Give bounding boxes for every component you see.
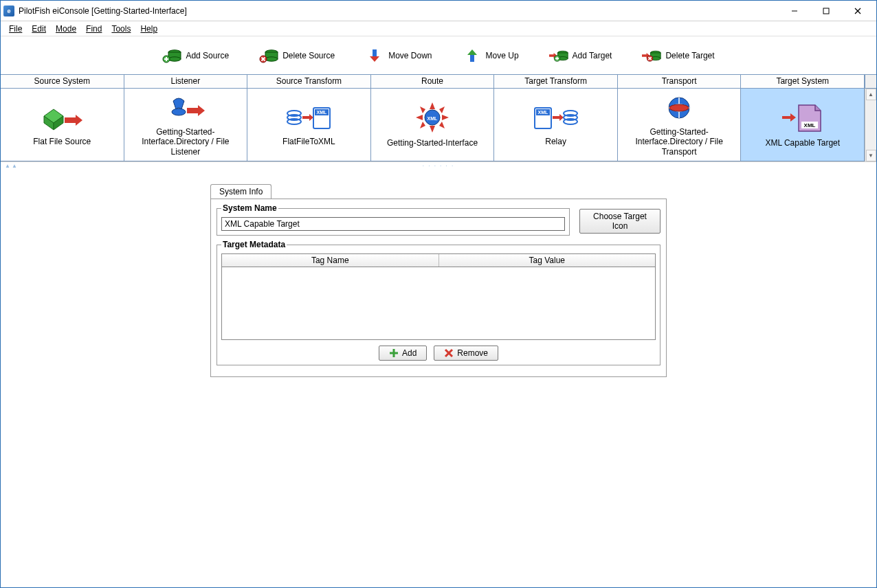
tab-strip: System Info	[210, 184, 667, 199]
cell-target-system[interactable]: XML XML Capable Target	[741, 89, 865, 161]
col-tag-name: Tag Name	[222, 254, 439, 267]
add-target-label: Add Target	[573, 51, 612, 60]
svg-marker-51	[416, 115, 423, 120]
target-metadata-group: Target Metadata Tag Name Tag Value Add	[217, 240, 660, 365]
add-target-icon	[549, 48, 568, 63]
delete-target-icon	[642, 48, 661, 63]
svg-marker-67	[782, 113, 796, 122]
delete-source-label: Delete Source	[282, 51, 335, 60]
header-route: Route	[371, 75, 495, 88]
svg-marker-17	[370, 56, 379, 62]
scroll-up-icon[interactable]: ▲	[866, 89, 876, 100]
system-name-input[interactable]	[221, 217, 565, 231]
delete-target-button[interactable]: Delete Target	[639, 45, 717, 66]
menu-help[interactable]: Help	[136, 23, 162, 35]
cell-transport-label: Getting-Started-Interface.Directory / Fi…	[621, 127, 738, 157]
choose-target-icon-button[interactable]: Choose Target Icon	[579, 209, 660, 234]
svg-rect-19	[470, 55, 474, 62]
system-info-card: System Info System Name Choose Target Ic…	[210, 184, 667, 587]
svg-rect-76	[390, 352, 398, 354]
cell-source-system[interactable]: Flat File Source	[1, 89, 124, 161]
delete-source-button[interactable]: Delete Source	[256, 45, 337, 66]
target-metadata-legend: Target Metadata	[221, 240, 287, 249]
svg-rect-1	[823, 8, 829, 14]
source-transform-icon: XML	[285, 102, 333, 133]
close-icon	[854, 8, 861, 14]
remove-metadata-label: Remove	[457, 348, 488, 358]
remove-metadata-button[interactable]: Remove	[434, 346, 498, 361]
header-listener: Listener	[124, 75, 248, 88]
metadata-table-body[interactable]	[221, 267, 656, 340]
svg-marker-43	[302, 114, 313, 121]
cell-source-system-label: Flat File Source	[33, 137, 91, 146]
app-window: e PilotFish eiConsole [Getting-Started-I…	[0, 0, 877, 588]
svg-text:XML: XML	[537, 110, 548, 115]
menu-mode[interactable]: Mode	[52, 23, 80, 35]
minimize-icon	[791, 8, 798, 14]
svg-marker-18	[467, 49, 477, 55]
menu-file[interactable]: File	[5, 23, 26, 35]
delete-source-icon	[259, 48, 278, 63]
svg-text:XML: XML	[428, 116, 438, 121]
target-transform-icon: XML	[532, 102, 580, 133]
svg-marker-60	[553, 114, 564, 121]
cell-route-label: Getting-Started-Interface	[387, 138, 478, 148]
menu-edit[interactable]: Edit	[27, 23, 50, 35]
svg-point-12	[265, 56, 278, 60]
add-source-icon	[162, 48, 181, 63]
cell-listener[interactable]: Getting-Started-Interface.Directory / Fi…	[124, 89, 248, 161]
listener-icon	[164, 93, 208, 123]
add-metadata-button[interactable]: Add	[379, 346, 427, 361]
window-title: PilotFish eiConsole [Getting-Started-Int…	[19, 6, 187, 16]
move-up-button[interactable]: Move Up	[460, 45, 522, 66]
col-tag-value: Tag Value	[439, 254, 656, 267]
maximize-icon	[823, 8, 830, 14]
move-down-icon	[365, 48, 384, 63]
move-down-button[interactable]: Move Down	[362, 45, 434, 66]
menubar: File Edit Mode Find Tools Help	[1, 21, 876, 36]
vertical-scrollbar[interactable]: ▲ ▼	[865, 89, 876, 161]
stage-area: Source System Listener Source Transform …	[1, 75, 876, 162]
add-target-button[interactable]: Add Target	[546, 45, 615, 66]
bottom-panel: System Info System Name Choose Target Ic…	[1, 169, 876, 587]
minimize-button[interactable]	[779, 1, 810, 21]
app-icon: e	[3, 5, 14, 16]
svg-marker-55	[420, 122, 425, 128]
cell-source-transform-label: FlatFileToXML	[282, 137, 335, 146]
svg-marker-37	[65, 115, 82, 126]
horizontal-splitter[interactable]: · · · · · ·	[1, 162, 876, 169]
delete-target-label: Delete Target	[665, 51, 714, 60]
move-up-icon	[463, 48, 482, 63]
route-icon: XML	[413, 101, 452, 134]
cell-transport[interactable]: Getting-Started-Interface.Directory / Fi…	[618, 89, 742, 161]
cell-target-transform-label: Relay	[545, 137, 566, 146]
header-source-system: Source System	[1, 75, 124, 88]
plus-icon	[389, 348, 399, 358]
add-source-button[interactable]: Add Source	[159, 45, 232, 66]
svg-marker-53	[420, 106, 425, 113]
svg-text:XML: XML	[803, 122, 815, 128]
tab-body: System Name Choose Target Icon Target Me…	[210, 199, 667, 377]
stage-row: Flat File Source Getting-Started-Interfa…	[1, 89, 876, 161]
svg-rect-16	[373, 49, 377, 56]
svg-marker-52	[442, 115, 449, 120]
header-target-system: Target System	[741, 75, 865, 88]
flat-file-source-icon	[40, 102, 84, 133]
tab-system-info[interactable]: System Info	[210, 184, 271, 199]
target-system-icon: XML	[781, 101, 825, 134]
menu-find[interactable]: Find	[82, 23, 106, 35]
svg-point-6	[168, 56, 181, 60]
system-name-legend: System Name	[221, 203, 278, 213]
toolbar: Add Source Delete Source Move Down	[1, 36, 876, 75]
metadata-table-header: Tag Name Tag Value	[221, 253, 656, 267]
system-name-group: System Name	[217, 203, 570, 236]
maximize-button[interactable]	[810, 1, 842, 21]
cell-route[interactable]: XML Getting-Started-Interface	[371, 89, 495, 161]
menu-tools[interactable]: Tools	[107, 23, 135, 35]
scroll-down-icon[interactable]: ▼	[866, 150, 876, 161]
svg-marker-39	[187, 105, 205, 116]
svg-point-38	[172, 109, 186, 115]
cell-target-transform[interactable]: XML Relay	[494, 89, 618, 161]
close-button[interactable]	[842, 1, 874, 21]
cell-source-transform[interactable]: XML FlatFileToXML	[247, 89, 371, 161]
